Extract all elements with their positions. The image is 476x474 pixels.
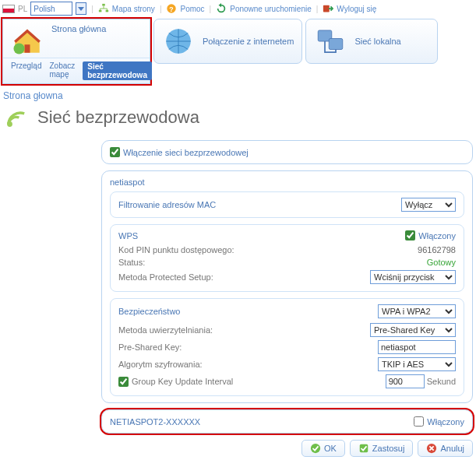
- nav-tab-internet-label: Połączenie z internetem: [203, 37, 294, 46]
- flag-icon: [2, 5, 15, 13]
- ok-icon: [310, 443, 321, 454]
- psk-input[interactable]: [378, 340, 456, 354]
- nav-tab-lan[interactable]: Sieć lokalna: [305, 19, 438, 64]
- ssid2-enabled-wrap[interactable]: Włączony: [414, 416, 464, 427]
- svg-rect-6: [25, 44, 30, 53]
- apply-icon: [358, 443, 369, 454]
- wps-status-value: Gotowy: [427, 258, 456, 267]
- enable-wifi-checkbox[interactable]: [110, 147, 120, 157]
- subtab-overview[interactable]: Przegląd: [11, 61, 41, 80]
- mac-filter-section: Filtrowanie adresów MAC Wyłącz: [110, 191, 464, 218]
- help-link[interactable]: Pomoc: [180, 5, 204, 13]
- wps-enabled-wrap[interactable]: Włączony: [405, 230, 456, 241]
- auth-select[interactable]: Pre-Shared Key: [370, 323, 456, 337]
- lan-icon: [314, 25, 347, 58]
- button-bar: OK Zastosuj Anuluj: [0, 434, 476, 460]
- wps-pin-value: 96162798: [418, 245, 456, 255]
- page-header: Sieć bezprzewodowa: [0, 101, 476, 140]
- sitemap-icon: [98, 3, 109, 14]
- wps-pin-label: Kod PIN punktu dostępowego:: [118, 245, 234, 255]
- language-select[interactable]: Polish: [30, 2, 72, 16]
- language-dropdown-button[interactable]: [76, 2, 86, 15]
- restart-icon: [216, 3, 227, 14]
- gku-wrap[interactable]: Group Key Update Interval: [118, 377, 233, 387]
- cancel-icon: [426, 443, 437, 454]
- gku-checkbox[interactable]: [118, 377, 129, 387]
- psk-label: Pre-Shared Key:: [118, 342, 182, 352]
- enable-wifi-panel: Włączenie sieci bezprzewodowej: [101, 140, 473, 164]
- svg-text:?: ?: [170, 5, 174, 13]
- wifi-icon: [3, 104, 30, 131]
- wps-method-select[interactable]: Wciśnij przycisk: [370, 270, 456, 284]
- wps-status-label: Status:: [118, 258, 145, 267]
- page-title: Sieć bezprzewodowa: [37, 107, 199, 128]
- nav-tab-lan-label: Sieć lokalna: [354, 37, 429, 46]
- sitemap-link[interactable]: Mapa strony: [112, 5, 155, 13]
- apply-button[interactable]: Zastosuj: [350, 440, 414, 457]
- nav-tab-home-label: Strona główna: [51, 24, 142, 33]
- enable-wifi-checkbox-wrap[interactable]: Włączenie sieci bezprzewodowej: [110, 147, 249, 157]
- wps-enabled-label: Włączony: [418, 231, 456, 241]
- svg-point-12: [311, 444, 320, 453]
- enc-select[interactable]: TKIP i AES: [378, 357, 456, 371]
- ssid2-enabled-checkbox[interactable]: [414, 416, 424, 427]
- enc-label: Algorytm szyfrowania:: [118, 360, 203, 369]
- mac-filter-label: Filtrowanie adresów MAC: [118, 200, 216, 209]
- cancel-button[interactable]: Anuluj: [418, 440, 473, 457]
- wps-enabled-checkbox[interactable]: [405, 230, 415, 241]
- help-icon: ?: [166, 3, 177, 14]
- ssid1-panel: netiaspot Filtrowanie adresów MAC Wyłącz…: [101, 170, 473, 403]
- nav-tab-internet[interactable]: Połączenie z internetem: [153, 19, 302, 64]
- gku-unit: Sekund: [427, 377, 456, 386]
- subtab-wireless[interactable]: Sieć bezprzewodowa: [83, 61, 152, 80]
- svg-point-11: [7, 121, 12, 127]
- svg-rect-2: [105, 10, 108, 12]
- ssid2-enabled-label: Włączony: [427, 417, 464, 427]
- ssid2-name: NETIASPOT2-XXXXXX: [110, 417, 200, 427]
- restart-link[interactable]: Ponowne uruchomienie: [230, 5, 312, 13]
- enable-wifi-label: Włączenie sieci bezprzewodowej: [123, 148, 249, 157]
- top-bar: PL Polish | Mapa strony | ? Pomoc | Pono…: [0, 0, 476, 17]
- wps-section: WPS Włączony Kod PIN punktu dostępowego:…: [110, 224, 464, 292]
- ssid1-name: netiaspot: [110, 177, 464, 187]
- svg-point-7: [14, 44, 25, 54]
- main-nav: Strona główna Przegląd Zobacz mapę Sieć …: [0, 17, 476, 86]
- home-subtabs: Przegląd Zobacz mapę Sieć bezprzewodowa: [3, 58, 150, 83]
- security-section: Bezpieczeństwo WPA i WPA2 Metoda uwierzy…: [110, 298, 464, 396]
- svg-rect-10: [330, 39, 344, 50]
- svg-rect-1: [99, 10, 102, 12]
- security-label: Bezpieczeństwo: [118, 307, 181, 316]
- subtab-map[interactable]: Zobacz mapę: [49, 61, 75, 80]
- gku-label: Group Key Update Interval: [132, 377, 233, 386]
- svg-rect-13: [360, 444, 368, 453]
- breadcrumb: Strona głowna: [0, 86, 476, 101]
- wps-method-label: Metoda Protected Setup:: [118, 272, 213, 282]
- ok-button[interactable]: OK: [301, 440, 345, 457]
- gku-input[interactable]: [386, 374, 425, 388]
- logout-link[interactable]: Wyloguj się: [337, 5, 376, 13]
- svg-rect-5: [323, 5, 330, 12]
- svg-rect-0: [102, 4, 105, 6]
- mac-filter-select[interactable]: Wyłącz: [401, 198, 456, 212]
- home-icon: [11, 24, 44, 57]
- auth-label: Metoda uwierzytelniania:: [118, 325, 213, 335]
- globe-icon: [162, 25, 195, 58]
- nav-tab-home[interactable]: Strona główna Przegląd Zobacz mapę Sieć …: [2, 19, 150, 84]
- wps-label: WPS: [118, 231, 138, 241]
- logout-icon: [323, 3, 333, 14]
- security-mode-select[interactable]: WPA i WPA2: [378, 304, 456, 318]
- ssid2-panel: NETIASPOT2-XXXXXX Włączony: [101, 409, 473, 434]
